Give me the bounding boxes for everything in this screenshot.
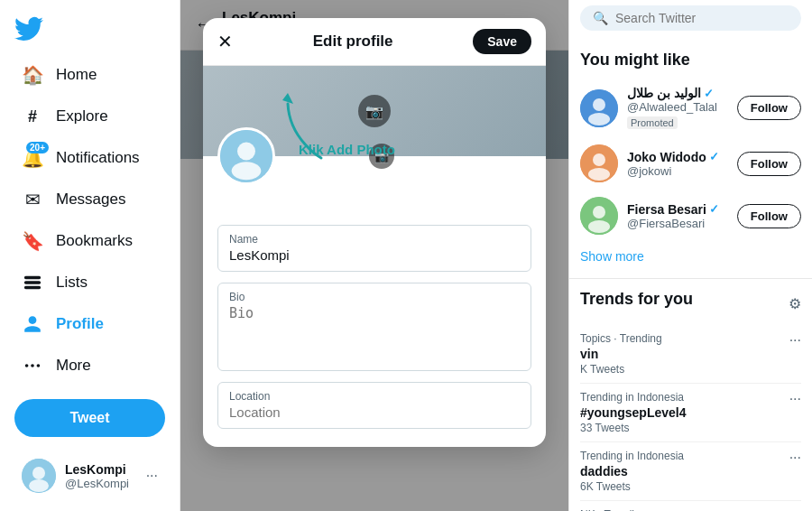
trend-item-1: Topics · Trending vin K Tweets ··· [580,325,801,384]
trends-section: Trends for you ⚙ Topics · Trending vin K… [569,278,812,511]
user-item-jokowi: Joko Widodo ✓ @jokowi Follow [580,137,801,190]
trend-info: Topics · Trending vin K Tweets [580,332,662,376]
sidebar-item-label: Explore [56,107,108,125]
follow-button-fiersa[interactable]: Follow [737,204,801,228]
might-like-title: You might like [580,51,801,70]
user-handle-alwaleed: @Alwaleed_Talal [627,100,728,114]
list-icon [22,272,43,293]
sidebar-user[interactable]: LesKompi @LesKompi ··· [7,450,172,502]
name-input[interactable] [229,247,520,263]
main-content: ← LesKompi 0 Photos & videos ✕ Edit prof… [180,0,568,511]
sidebar-user-info: LesKompi @LesKompi [65,462,137,490]
bio-label: Bio [229,291,520,303]
svg-point-8 [29,479,49,492]
sidebar-item-label: Home [56,66,97,84]
search-icon: 🔍 [593,11,608,25]
name-label: Name [229,233,520,246]
trend-more-dots[interactable]: ··· [789,332,801,348]
tweet-button[interactable]: Tweet [14,399,165,437]
user-item-alwaleed: الوليد بن طلال ✓ @Alwaleed_Talal Promote… [580,79,801,137]
avatar-section: 📷 Klik Add Photo [203,156,546,210]
bio-field-group: Bio [217,283,531,371]
location-label: Location [229,390,520,403]
user-name-alwaleed: الوليد بن طلال ✓ [627,86,728,100]
user-handle-fiersa: @FiersaBesari [627,217,728,230]
search-input[interactable] [615,11,789,25]
trend-item-3: Trending in Indonesia daddies 6K Tweets … [580,442,801,501]
trends-title: Trends for you [580,290,693,309]
svg-point-7 [32,467,45,479]
svg-point-20 [593,206,605,218]
search-bar: 🔍 [580,5,801,31]
trend-meta: Topics · Trending [580,332,662,345]
svg-rect-0 [25,277,41,279]
sidebar-item-label: Bookmarks [56,232,133,250]
modal-close-button[interactable]: ✕ [217,31,233,52]
sidebar-item-lists[interactable]: Lists [7,263,172,302]
sidebar-item-label: More [56,357,91,375]
svg-point-17 [593,153,605,166]
might-like-section: You might like الوليد بن طلال ✓ @Alwalee… [569,40,812,271]
sidebar-item-label: Lists [56,274,88,292]
main-nav: 🏠 Home # Explore 🔔 20+ Notifications ✉ M… [0,51,180,390]
edit-profile-modal: ✕ Edit profile Save 📷 📷 [203,18,546,447]
save-button[interactable]: Save [473,29,531,54]
mail-icon: ✉ [22,189,43,210]
sidebar-item-more[interactable]: More [7,346,172,386]
trend-item-2: Trending in Indonesia #youngsepLevel4 33… [580,384,801,442]
home-icon: 🏠 [22,64,43,86]
user-name-fiersa: Fiersa Besari ✓ [627,202,728,217]
sidebar-item-messages[interactable]: ✉ Messages [7,180,172,219]
follow-button-alwaleed[interactable]: Follow [737,96,801,120]
follow-button-jokowi[interactable]: Follow [737,152,801,176]
cover-camera-button[interactable]: 📷 [358,95,391,127]
sidebar-item-profile[interactable]: Profile [7,304,172,344]
svg-point-18 [588,168,610,181]
sidebar-item-bookmarks[interactable]: 🔖 Bookmarks [7,221,172,261]
trend-more-dots[interactable]: ··· [789,450,801,466]
explore-icon: # [22,106,43,127]
trend-name: #youngsepLevel4 [580,405,687,420]
sidebar-item-label: Messages [56,190,125,209]
trend-info: Trending in Indonesia daddies 6K Tweets [580,450,684,493]
verified-icon: ✓ [704,87,714,100]
location-input[interactable] [229,404,520,420]
promoted-badge: Promoted [627,116,678,129]
svg-point-10 [237,143,255,161]
name-field-group: Name [217,225,531,272]
modal-overlay[interactable]: ✕ Edit profile Save 📷 📷 [180,0,568,511]
trend-name: daddies [580,464,684,478]
sidebar-item-label: Profile [56,315,104,333]
svg-rect-1 [25,282,41,283]
svg-point-3 [25,364,29,367]
user-menu-dots[interactable]: ··· [146,468,158,484]
avatar-fiersa [580,197,618,235]
bookmark-icon: 🔖 [22,230,43,252]
bio-input[interactable] [229,305,520,359]
show-more-link[interactable]: Show more [580,242,801,271]
twitter-logo [0,7,180,51]
user-handle-jokowi: @jokowi [627,164,728,178]
trend-meta: Trending in Indonesia [580,450,684,462]
sidebar-item-home[interactable]: 🏠 Home [7,55,172,95]
bell-icon: 🔔 20+ [22,147,43,169]
settings-icon[interactable]: ⚙ [789,295,801,312]
modal-fields: Name Bio Location [203,210,546,447]
sidebar-username: LesKompi [65,462,137,477]
sidebar-item-notifications[interactable]: 🔔 20+ Notifications [7,138,172,178]
user-name-jokowi: Joko Widodo ✓ [627,150,728,164]
modal-header: ✕ Edit profile Save [203,18,546,66]
sidebar-item-label: Notifications [56,149,140,167]
trend-more-dots[interactable]: ··· [789,391,801,407]
trend-count: K Tweets [580,363,662,376]
sidebar-item-explore[interactable]: # Explore [7,97,172,136]
verified-icon: ✓ [709,150,719,163]
modal-avatar [217,127,275,185]
verified-icon: ✓ [709,202,719,216]
user-info-fiersa: Fiersa Besari ✓ @FiersaBesari [627,202,728,230]
avatar-camera-button[interactable]: 📷 [369,144,394,169]
avatar-alwaleed [580,89,618,127]
svg-point-4 [31,364,34,367]
trends-header: Trends for you ⚙ [580,290,801,318]
svg-point-15 [588,113,610,125]
